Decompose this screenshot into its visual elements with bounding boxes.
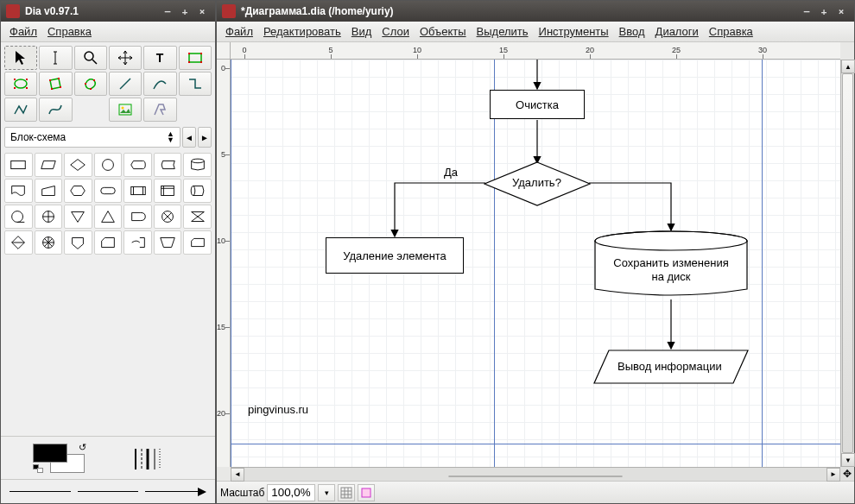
ellipse-tool[interactable] <box>4 72 37 96</box>
process-box[interactable]: Очистка <box>490 90 585 119</box>
scroll-left-icon[interactable]: ◄ <box>231 468 244 482</box>
menu-help[interactable]: Справка <box>704 23 758 40</box>
shape-parallelogram[interactable] <box>35 153 63 177</box>
canvas-window: *Диаграмма1.dia (/home/yuriy) – + × Файл… <box>216 0 855 504</box>
arrow-end[interactable] <box>145 484 206 500</box>
shape-card[interactable] <box>94 230 123 255</box>
shape-manual-input[interactable] <box>35 179 63 203</box>
scroll-tool[interactable] <box>109 46 142 70</box>
line-style[interactable] <box>78 484 139 500</box>
shape-or[interactable] <box>35 205 63 229</box>
maximize-button[interactable]: + <box>177 3 193 19</box>
scroll-down-icon[interactable]: ▼ <box>841 453 855 467</box>
zigzag-tool[interactable] <box>179 72 212 96</box>
shape-merge[interactable] <box>64 205 92 229</box>
arrow-start[interactable] <box>10 484 71 500</box>
box-tool[interactable] <box>179 46 212 70</box>
shape-extract[interactable] <box>94 205 123 229</box>
shape-process[interactable] <box>4 153 33 177</box>
menu-help[interactable]: Справка <box>42 23 97 40</box>
scroll-right-icon[interactable]: ► <box>826 468 840 482</box>
polygon-tool[interactable] <box>39 72 72 96</box>
horizontal-scrollbar[interactable]: ◄ ► <box>231 467 840 481</box>
shape-sequential-data[interactable] <box>4 205 33 229</box>
text-edit-tool[interactable] <box>39 46 72 70</box>
menu-select[interactable]: Выделить <box>472 23 534 40</box>
shape-sort[interactable] <box>4 230 33 255</box>
shape-preparation[interactable] <box>64 179 92 203</box>
shape-annotation[interactable] <box>124 230 152 255</box>
shape-grid <box>1 149 215 258</box>
svg-line-1 <box>92 60 97 64</box>
zoom-dropdown[interactable]: ▾ <box>318 484 335 501</box>
shape-loop-limit[interactable] <box>183 230 212 255</box>
menu-input[interactable]: Ввод <box>614 23 650 40</box>
shape-decision[interactable] <box>64 153 92 177</box>
default-colors-icon[interactable] <box>33 464 43 473</box>
sheet-prev[interactable]: ◄ <box>182 127 196 148</box>
magnify-tool[interactable] <box>74 46 107 70</box>
shape-predefined[interactable] <box>124 179 152 203</box>
toolbox-title: Dia v0.97.1 <box>25 5 79 17</box>
sheet-combo[interactable]: Блок-схема ▲▼ <box>4 127 180 148</box>
canvas[interactable]: Очистка Удалить? Да Удаление элемента Со… <box>231 60 840 467</box>
yes-label: Да <box>444 166 458 179</box>
sheet-next[interactable]: ► <box>198 127 212 148</box>
pointer-tool[interactable] <box>4 46 37 70</box>
menu-layers[interactable]: Слои <box>377 23 415 40</box>
menu-tools[interactable]: Инструменты <box>534 23 614 40</box>
swap-colors-icon[interactable]: ↺ <box>79 442 86 453</box>
shape-terminal[interactable] <box>94 179 123 203</box>
shape-stored-data[interactable] <box>154 153 182 177</box>
snap-object-toggle[interactable] <box>358 484 375 501</box>
beziergon-tool[interactable] <box>74 72 107 96</box>
shape-display[interactable] <box>124 153 152 177</box>
text-tool[interactable]: T <box>143 46 176 70</box>
close-button[interactable]: × <box>194 3 210 19</box>
bezier-tool[interactable] <box>39 98 72 122</box>
shape-document[interactable] <box>4 179 33 203</box>
minimize-button[interactable]: – <box>160 3 175 19</box>
shape-internal-storage[interactable] <box>154 179 182 203</box>
menu-file[interactable]: Файл <box>220 23 258 40</box>
menu-file[interactable]: Файл <box>4 23 42 40</box>
color-swatch[interactable]: ↺ <box>33 444 85 473</box>
outline-tool[interactable] <box>143 98 176 122</box>
menu-dialogs[interactable]: Диалоги <box>650 23 704 40</box>
tool-grid: T <box>1 42 215 125</box>
polyline-tool[interactable] <box>4 98 37 122</box>
maximize-button[interactable]: + <box>816 3 832 19</box>
shape-database[interactable] <box>183 153 212 177</box>
svg-point-0 <box>85 52 93 60</box>
menu-objects[interactable]: Объекты <box>415 23 472 40</box>
color-row: ↺ <box>1 436 215 479</box>
navigate-icon[interactable]: ✥ <box>840 467 854 481</box>
shape-connector[interactable] <box>94 153 123 177</box>
shape-collate[interactable] <box>183 205 212 229</box>
toolbox-titlebar[interactable]: Dia v0.97.1 – + × <box>1 1 215 22</box>
shape-manual-op[interactable] <box>154 230 182 255</box>
process-box[interactable]: Удаление элемента <box>326 237 464 274</box>
shape-offpage[interactable] <box>64 230 92 255</box>
fg-color[interactable] <box>33 444 67 463</box>
shape-delay[interactable] <box>124 205 152 229</box>
close-button[interactable]: × <box>833 3 849 19</box>
shape-summing[interactable] <box>35 230 63 255</box>
line-style-icon[interactable] <box>131 444 183 473</box>
shape-sum[interactable] <box>154 205 182 229</box>
arc-tool[interactable] <box>143 72 176 96</box>
shape-direct-data[interactable] <box>183 179 212 203</box>
scroll-up-icon[interactable]: ▲ <box>841 60 855 73</box>
horizontal-ruler[interactable]: 051015202530 <box>231 42 840 60</box>
zoom-input[interactable] <box>267 484 315 501</box>
minimize-button[interactable]: – <box>799 3 814 19</box>
vertical-scrollbar[interactable]: ▲ ▼ <box>840 60 854 467</box>
zoom-label: Масштаб <box>220 487 264 499</box>
snap-grid-toggle[interactable] <box>338 484 355 501</box>
canvas-titlebar[interactable]: *Диаграмма1.dia (/home/yuriy) – + × <box>217 1 854 22</box>
image-tool[interactable] <box>109 98 142 122</box>
vertical-ruler[interactable]: 05101520 <box>217 60 231 467</box>
line-tool[interactable] <box>109 72 142 96</box>
menu-view[interactable]: Вид <box>346 23 377 40</box>
menu-edit[interactable]: Редактировать <box>258 23 346 40</box>
